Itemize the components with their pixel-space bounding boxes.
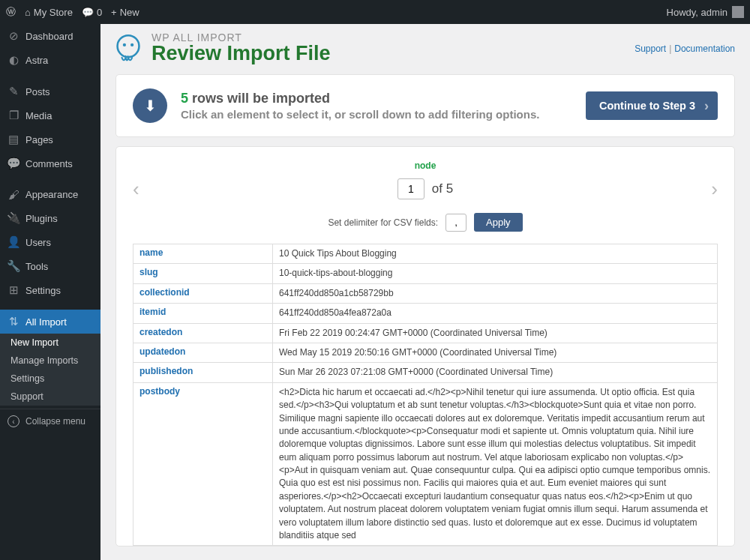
menu-posts[interactable]: ✎Posts — [0, 79, 100, 103]
user-icon: 👤 — [8, 235, 20, 249]
intro-card: ⬇ 5 rows will be imported Click an eleme… — [116, 74, 735, 137]
main-content: WP ALL IMPORT Review Import File Support… — [100, 24, 750, 560]
field-key: name — [134, 244, 273, 264]
intro-hint: Click an element to select it, or scroll… — [181, 108, 572, 121]
submenu-manage-imports[interactable]: Manage Imports — [0, 352, 100, 370]
home-icon: ⌂ — [25, 7, 31, 18]
record-index-input[interactable] — [398, 178, 424, 199]
menu-users[interactable]: 👤Users — [0, 230, 100, 254]
page-header: WP ALL IMPORT Review Import File Support… — [116, 31, 735, 65]
submenu-support[interactable]: Support — [0, 388, 100, 406]
wp-logo[interactable]: ⓦ — [6, 5, 16, 19]
delimiter-input[interactable] — [446, 214, 466, 232]
table-row[interactable]: name10 Quick Tips About Blogging — [134, 244, 718, 264]
comment-icon: 💬 — [82, 7, 94, 18]
continue-button[interactable]: Continue to Step 3 — [586, 91, 718, 120]
field-key: updatedon — [134, 343, 273, 362]
field-value: <h2>Dicta hic harum et occaecati ad.</h2… — [273, 382, 718, 546]
menu-plugins[interactable]: 🔌Plugins — [0, 206, 100, 230]
field-value: Sun Mar 26 2023 07:21:08 GMT+0000 (Coord… — [273, 363, 718, 382]
preview-card: node ‹ of 5 › Set delimiter for CSV fiel… — [116, 146, 735, 547]
table-row[interactable]: postbody<h2>Dicta hic harum et occaecati… — [134, 382, 718, 546]
field-value: 641ff240dd850a4fea872a0a — [273, 304, 718, 323]
media-icon: ❐ — [8, 109, 20, 122]
support-link[interactable]: Support — [634, 43, 666, 54]
prev-record-button[interactable]: ‹ — [133, 178, 140, 201]
collapse-icon: ‹ — [8, 415, 20, 427]
documentation-link[interactable]: Documentation — [674, 43, 735, 54]
menu-settings[interactable]: ⊞Settings — [0, 278, 100, 302]
field-value: 10-quick-tips-about-blogging — [273, 264, 718, 283]
node-label: node — [133, 160, 718, 171]
menu-appearance[interactable]: 🖌Appearance — [0, 183, 100, 206]
dashboard-icon: ⊘ — [8, 29, 20, 43]
submenu-new-import[interactable]: New Import — [0, 334, 100, 352]
settings-icon: ⊞ — [8, 283, 20, 297]
table-row[interactable]: itemid641ff240dd850a4fea872a0a — [134, 304, 718, 323]
menu-media[interactable]: ❐Media — [0, 103, 100, 127]
site-link[interactable]: ⌂My Store — [25, 7, 73, 18]
new-link[interactable]: +New — [111, 7, 140, 18]
astra-icon: ◐ — [8, 53, 20, 67]
brush-icon: 🖌 — [8, 188, 20, 201]
menu-tools[interactable]: 🔧Tools — [0, 254, 100, 278]
site-name: My Store — [34, 7, 73, 18]
svg-point-2 — [130, 43, 134, 46]
table-row[interactable]: createdonFri Feb 22 2019 00:24:47 GMT+00… — [134, 323, 718, 343]
table-row[interactable]: updatedonWed May 15 2019 20:50:16 GMT+00… — [134, 343, 718, 362]
submenu-settings[interactable]: Settings — [0, 370, 100, 388]
collapse-menu[interactable]: ‹Collapse menu — [0, 409, 100, 433]
apply-delimiter-button[interactable]: Apply — [474, 213, 523, 232]
field-key: slug — [134, 264, 273, 283]
header-links: Support|Documentation — [634, 43, 735, 54]
delimiter-row: Set delimiter for CSV fields: Apply — [133, 213, 718, 232]
delimiter-label: Set delimiter for CSV fields: — [328, 217, 438, 228]
field-value: Wed May 15 2019 20:50:16 GMT+0000 (Coord… — [273, 343, 718, 362]
account-menu[interactable]: Howdy, admin — [667, 6, 744, 18]
next-record-button[interactable]: › — [711, 178, 718, 201]
svg-point-0 — [118, 35, 140, 57]
field-key: itemid — [134, 304, 273, 323]
plus-icon: + — [111, 7, 117, 18]
plugin-icon: 🔌 — [8, 211, 20, 225]
download-icon: ⬇ — [133, 88, 167, 123]
record-pager: ‹ of 5 › — [133, 178, 718, 199]
wpallimport-logo-icon — [116, 33, 141, 64]
svg-point-1 — [123, 43, 126, 46]
field-key: createdon — [134, 323, 273, 343]
table-row[interactable]: publishedonSun Mar 26 2023 07:21:08 GMT+… — [134, 363, 718, 382]
menu-pages[interactable]: ▤Pages — [0, 127, 100, 151]
import-icon: ⇅ — [8, 315, 20, 328]
menu-comments[interactable]: 💬Comments — [0, 151, 100, 175]
table-row[interactable]: slug10-quick-tips-about-blogging — [134, 264, 718, 283]
field-key: publishedon — [134, 363, 273, 382]
admin-bar: ⓦ ⌂My Store 💬0 +New Howdy, admin — [0, 0, 750, 24]
page-title: Review Import File — [152, 42, 624, 65]
field-key: postbody — [134, 382, 273, 546]
menu-dashboard[interactable]: ⊘Dashboard — [0, 24, 100, 48]
wrench-icon: 🔧 — [8, 259, 20, 273]
field-value: 10 Quick Tips About Blogging — [273, 244, 718, 264]
field-value: 641ff240dd850a1cb58729bb — [273, 283, 718, 303]
greeting: Howdy, admin — [667, 7, 728, 18]
field-value: Fri Feb 22 2019 00:24:47 GMT+0000 (Coord… — [273, 323, 718, 343]
avatar — [732, 6, 744, 18]
page-icon: ▤ — [8, 133, 20, 146]
admin-sidebar: ⊘Dashboard ◐Astra ✎Posts ❐Media ▤Pages 💬… — [0, 24, 100, 560]
pin-icon: ✎ — [8, 85, 20, 98]
wordpress-icon: ⓦ — [6, 5, 16, 19]
field-key: collectionid — [134, 283, 273, 303]
comments-link[interactable]: 💬0 — [82, 7, 102, 18]
comment-icon: 💬 — [8, 157, 20, 170]
rows-summary: 5 rows will be imported — [181, 91, 572, 106]
menu-all-import[interactable]: ⇅All Import — [0, 310, 100, 334]
record-total: of 5 — [432, 181, 453, 196]
table-row[interactable]: collectionid641ff240dd850a1cb58729bb — [134, 283, 718, 303]
menu-astra[interactable]: ◐Astra — [0, 48, 100, 72]
record-table: name10 Quick Tips About Bloggingslug10-q… — [133, 244, 718, 546]
